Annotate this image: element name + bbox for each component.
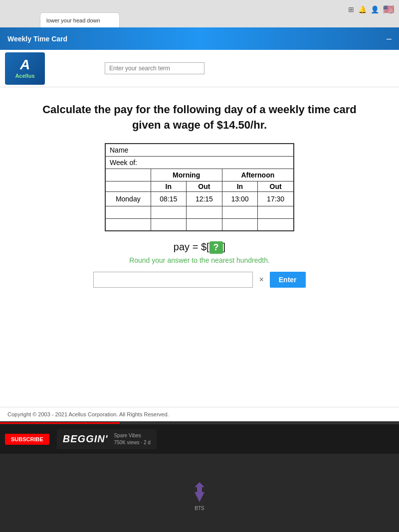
beggin-title: BEGGIN' bbox=[63, 433, 108, 445]
pay-bracket: ? bbox=[209, 241, 223, 254]
bts-logo-icon bbox=[187, 480, 212, 505]
timecard-table: Name Week of: Morning Afternoon In Out I… bbox=[105, 143, 294, 232]
empty-cell-10 bbox=[258, 218, 294, 231]
week-label: Week of: bbox=[105, 156, 294, 169]
minimize-button[interactable]: – bbox=[387, 33, 392, 44]
answer-row: × Enter bbox=[30, 272, 369, 288]
footer: Copyright © 2003 - 2021 Acellus Corporat… bbox=[0, 407, 399, 421]
browser-chrome: lower your head down ⊞ 🔔 👤 🇺🇸 bbox=[0, 0, 399, 27]
empty-cell-7 bbox=[151, 218, 187, 231]
answer-input[interactable] bbox=[93, 272, 253, 288]
day-col-header bbox=[105, 181, 151, 191]
profile-icon: 👤 bbox=[371, 5, 379, 13]
dark-section: BTS bbox=[0, 454, 399, 532]
morning-out-cell: 12:15 bbox=[187, 191, 222, 206]
grid-icon: ⊞ bbox=[348, 5, 354, 13]
morning-out-header: Out bbox=[187, 181, 222, 191]
morning-in-cell: 08:15 bbox=[151, 191, 187, 206]
pay-text: pay = $[ bbox=[174, 241, 209, 252]
app-title: Weekly Time Card bbox=[7, 35, 67, 43]
empty-cell-6 bbox=[105, 218, 151, 231]
app-header: Weekly Time Card – bbox=[0, 27, 399, 50]
logo-brand: Acellus bbox=[15, 73, 34, 79]
main-content: Calculate the pay for the following day … bbox=[0, 87, 399, 407]
empty-cell-8 bbox=[187, 218, 222, 231]
enter-button[interactable]: Enter bbox=[270, 272, 306, 288]
search-container bbox=[105, 62, 394, 74]
empty-cell-2 bbox=[151, 206, 187, 218]
morning-header: Morning bbox=[151, 169, 222, 181]
logo-search-row: A Acellus bbox=[0, 50, 399, 87]
empty-cell-5 bbox=[258, 206, 294, 218]
afternoon-in-header: In bbox=[222, 181, 258, 191]
tab-label: lower your head down bbox=[46, 17, 100, 23]
browser-tab[interactable]: lower your head down bbox=[40, 12, 120, 27]
bts-area: BTS bbox=[187, 480, 212, 511]
day-cell: Monday bbox=[105, 191, 151, 206]
bts-label: BTS bbox=[195, 506, 204, 511]
morning-in-header: In bbox=[151, 181, 187, 191]
empty-cell-1 bbox=[105, 206, 151, 218]
afternoon-out-cell: 17:30 bbox=[258, 191, 294, 206]
name-label: Name bbox=[105, 144, 294, 157]
logo-symbol: A bbox=[20, 58, 30, 72]
round-note: Round your answer to the nearest hundred… bbox=[30, 256, 369, 264]
logo: A Acellus bbox=[5, 52, 45, 85]
afternoon-out-header: Out bbox=[258, 181, 294, 191]
browser-icons: ⊞ 🔔 👤 🇺🇸 bbox=[348, 4, 394, 15]
shield-icon: 🔔 bbox=[358, 5, 367, 13]
afternoon-header: Afternoon bbox=[222, 169, 294, 181]
question-title: Calculate the pay for the following day … bbox=[30, 102, 369, 133]
taskbar-area: SUBSCRIBE BEGGIN' Spare Vibes750K views … bbox=[0, 422, 399, 532]
empty-header bbox=[105, 169, 151, 181]
empty-cell-3 bbox=[187, 206, 222, 218]
youtube-info: Spare Vibes750K views · 2 d bbox=[114, 432, 150, 446]
pay-formula: pay = $[?] bbox=[30, 241, 369, 254]
browser-window: Weekly Time Card – A Acellus Calculate t… bbox=[0, 27, 399, 421]
youtube-bar: SUBSCRIBE BEGGIN' Spare Vibes750K views … bbox=[0, 424, 399, 454]
clear-button[interactable]: × bbox=[257, 273, 265, 286]
afternoon-in-cell: 13:00 bbox=[222, 191, 258, 206]
search-input[interactable] bbox=[105, 62, 204, 74]
empty-cell-4 bbox=[222, 206, 258, 218]
subscribe-button[interactable]: SUBSCRIBE bbox=[5, 434, 49, 445]
flag-icon: 🇺🇸 bbox=[383, 4, 394, 15]
empty-cell-9 bbox=[222, 218, 258, 231]
pay-bracket-end: ] bbox=[223, 241, 226, 252]
copyright-text: Copyright © 2003 - 2021 Acellus Corporat… bbox=[7, 411, 169, 417]
